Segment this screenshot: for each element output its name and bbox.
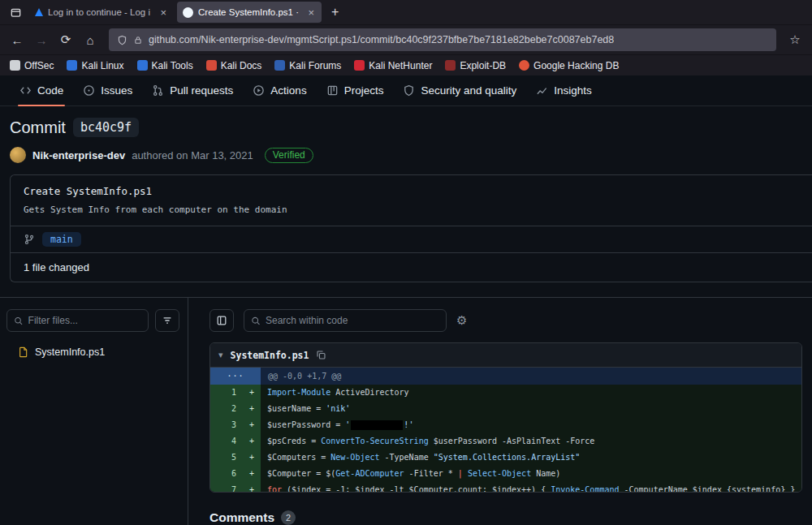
commit-header: Commit bc40c9f Nik-enterprise-dev author… [0, 106, 812, 282]
tab-label: Issues [101, 84, 132, 97]
diff-toolbar: ⚙ [209, 309, 802, 332]
search-within-code-input[interactable] [266, 315, 439, 326]
page-title: Commit bc40c9f [10, 118, 812, 137]
bookmark-exploit-db[interactable]: Exploit-DB [445, 60, 506, 71]
tab-code[interactable]: Code [11, 75, 71, 105]
comments-heading: Comments [209, 510, 274, 525]
gear-icon[interactable]: ⚙ [456, 313, 467, 328]
author-name[interactable]: Nik-enterprise-dev [32, 149, 125, 161]
file-icon [18, 346, 29, 358]
tab-label: Pull requests [170, 84, 233, 97]
tab-label: Actions [270, 84, 306, 97]
diff-sign: + [243, 482, 261, 493]
github-page: Code Issues Pull requests Actions Projec… [0, 75, 812, 525]
tab-close-icon[interactable]: × [306, 6, 316, 19]
bookmark-label: OffSec [24, 60, 54, 71]
hunk-header: @@ -0,0 +1,7 @@ [261, 368, 341, 385]
bookmark-google-hacking-db[interactable]: Google Hacking DB [519, 60, 619, 71]
filter-files-input-box [6, 309, 149, 332]
kali-tools-icon [137, 60, 148, 71]
line-number[interactable]: 5 [210, 450, 243, 466]
new-tab-button[interactable]: + [325, 5, 345, 19]
tab-actions[interactable]: Actions [244, 75, 314, 105]
diff-sign: + [243, 433, 261, 450]
git-branch-icon [24, 234, 35, 245]
line-number[interactable]: 6 [210, 466, 243, 482]
file-tree-item-systeminfo[interactable]: SystemInfo.ps1 [6, 346, 179, 358]
firefox-view-icon[interactable] [5, 2, 26, 22]
commit-message-title: Create SystemInfo.ps1 [24, 185, 799, 197]
bookmark-label: Kali Forums [289, 60, 341, 71]
browser-navbar: ← → ⟳ ⌂ github.com/Nik-enterprise-dev/mg… [0, 24, 812, 54]
bookmark-label: Kali Tools [152, 60, 193, 71]
filter-files-input[interactable] [28, 315, 141, 326]
tab-pull-requests[interactable]: Pull requests [144, 75, 241, 105]
reload-button[interactable]: ⟳ [55, 29, 76, 50]
branch-name[interactable]: main [42, 232, 81, 247]
avatar[interactable] [10, 147, 26, 163]
file-name: SystemInfo.ps1 [35, 346, 105, 358]
diff-hunk-row: ··· @@ -0,0 +1,7 @@ [210, 368, 801, 385]
comments-count-badge: 2 [281, 510, 296, 525]
bookmark-kali-forums[interactable]: Kali Forums [274, 60, 341, 71]
diff-pane: ⚙ ▾ SystemInfo.ps1 ··· @@ -0,0 +1,7 @@ 1… [188, 298, 812, 525]
issue-icon [83, 84, 95, 97]
browser-tab-login[interactable]: Log in to continue - Log i × [29, 2, 174, 23]
back-button[interactable]: ← [6, 29, 28, 50]
pull-request-icon [152, 84, 164, 97]
line-number[interactable]: 7 [210, 482, 243, 493]
insights-icon [536, 84, 548, 97]
files-changed: 1 file changed [11, 252, 812, 282]
repo-nav: Code Issues Pull requests Actions Projec… [0, 75, 812, 106]
projects-icon [326, 84, 339, 97]
copy-icon[interactable] [316, 350, 326, 360]
tab-close-icon[interactable]: × [158, 6, 168, 19]
bookmark-star-icon[interactable]: ☆ [784, 29, 806, 50]
author-row: Nik-enterprise-dev authored on Mar 13, 2… [10, 147, 812, 163]
file-filter-button[interactable] [155, 309, 179, 332]
shield-icon [403, 84, 415, 97]
sidebar-panel-icon [216, 315, 227, 326]
line-number[interactable]: 1 [210, 385, 243, 401]
comments-section: Comments 2 [209, 510, 802, 525]
commit-message-box: Create SystemInfo.ps1 Gets System Info f… [10, 174, 812, 282]
code-text: $userName = 'nik' [261, 401, 801, 417]
tab-security[interactable]: Security and quality [395, 75, 525, 105]
tab-label: Code [37, 84, 63, 97]
expand-hunk-button[interactable]: ··· [210, 368, 261, 385]
tab-insights[interactable]: Insights [528, 75, 600, 105]
home-button[interactable]: ⌂ [80, 29, 101, 50]
bookmark-label: Kali NetHunter [369, 60, 432, 71]
bookmark-kali-docs[interactable]: Kali Docs [206, 60, 262, 71]
url-bar[interactable]: github.com/Nik-enterprise-dev/mgmtScript… [109, 28, 776, 51]
chevron-down-icon[interactable]: ▾ [218, 350, 223, 360]
diff-sign: + [243, 385, 261, 401]
bookmark-kali-nethunter[interactable]: Kali NetHunter [354, 60, 432, 71]
bookmark-kali-linux[interactable]: Kali Linux [67, 60, 123, 71]
diff-sign: + [243, 450, 261, 466]
line-number[interactable]: 3 [210, 417, 243, 433]
kali-nethunter-icon [354, 60, 365, 71]
bookmark-offsec[interactable]: OffSec [10, 60, 54, 71]
code-text: $psCreds = ConvertTo-SecureString $userP… [261, 433, 801, 450]
bookmark-kali-tools[interactable]: Kali Tools [137, 60, 193, 71]
atlassian-favicon [35, 8, 43, 16]
bookmark-label: Exploit-DB [460, 60, 506, 71]
exploit-db-icon [445, 60, 456, 71]
commit-message-body: Gets System Info from each computer on t… [24, 204, 799, 215]
browser-window: Log in to continue - Log i × Create Syst… [0, 0, 812, 525]
forward-button[interactable]: → [31, 29, 52, 50]
browser-tab-commit[interactable]: Create SystemInfo.ps1 · N × [177, 2, 322, 23]
diff-file-header: ▾ SystemInfo.ps1 [210, 343, 801, 368]
filter-lines-icon [162, 315, 173, 326]
tab-issues[interactable]: Issues [75, 75, 140, 105]
tab-projects[interactable]: Projects [318, 75, 392, 105]
toggle-file-tree-button[interactable] [209, 309, 234, 332]
bookmark-label: Kali Linux [81, 60, 123, 71]
line-number[interactable]: 4 [210, 433, 243, 450]
diff-line: 7+for ($index = -1; $index -lt $Computer… [210, 482, 801, 493]
verified-badge[interactable]: Verified [265, 148, 313, 163]
diff-line: 5+$Computers = New-Object -TypeName "Sys… [210, 450, 801, 466]
line-number[interactable]: 2 [210, 401, 243, 417]
authored-text: authored on Mar 13, 2021 [132, 149, 253, 161]
